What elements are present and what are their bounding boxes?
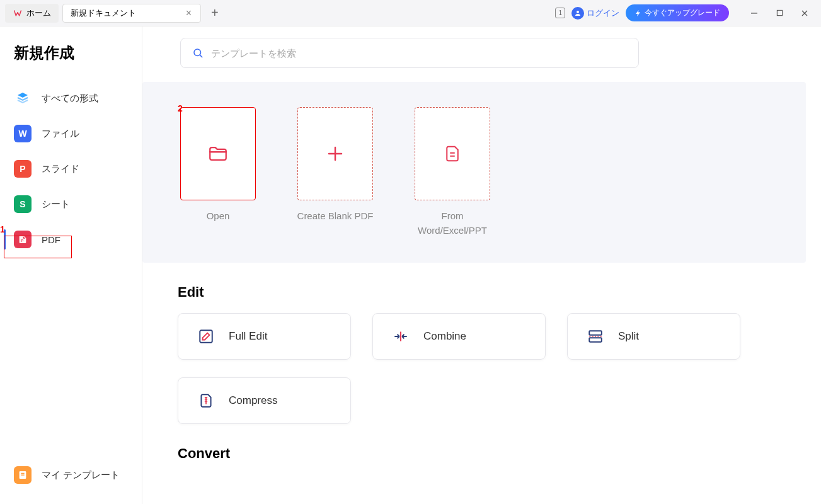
sidebar-item-pdf[interactable]: P PDF xyxy=(0,222,142,257)
titlebar: ホーム 新規ドキュメント × + 1 ログイン 今すぐアップグレード xyxy=(0,0,821,26)
card-from-office[interactable] xyxy=(415,107,490,200)
sidebar-item-slide[interactable]: P スライド xyxy=(0,151,142,186)
svg-line-10 xyxy=(200,55,202,57)
svg-rect-18 xyxy=(589,338,602,342)
card-label: From Word/Excel/PPT xyxy=(412,209,493,238)
svg-rect-17 xyxy=(589,331,602,335)
card-label: Create Blank PDF xyxy=(297,209,374,224)
sidebar-item-label: すべての形式 xyxy=(42,93,98,105)
login-link[interactable]: ログイン xyxy=(571,7,619,20)
annotation-label-1: 1 xyxy=(0,224,5,234)
window-controls xyxy=(743,4,816,22)
tab-home[interactable]: ホーム xyxy=(5,4,59,23)
action-label: Split xyxy=(618,330,639,343)
sidebar-item-sheet[interactable]: S シート xyxy=(0,186,142,222)
presentation-icon: P xyxy=(14,160,32,178)
user-icon xyxy=(571,7,584,20)
action-label: Compress xyxy=(229,394,277,407)
search-input[interactable] xyxy=(211,48,627,59)
document-icon xyxy=(443,144,462,163)
new-tab-button[interactable]: + xyxy=(205,3,225,23)
main-content: Open Create Blank PDF From Word/Excel/PP… xyxy=(142,26,821,504)
action-full-edit[interactable]: Full Edit xyxy=(178,313,351,360)
login-label: ログイン xyxy=(587,8,619,19)
action-split[interactable]: Split xyxy=(567,313,740,360)
sidebar-title: 新規作成 xyxy=(0,39,142,81)
minimize-button[interactable] xyxy=(743,4,766,22)
lightning-icon xyxy=(634,9,642,17)
sidebar-item-label: スライド xyxy=(42,163,79,175)
upgrade-label: 今すぐアップグレード xyxy=(645,8,720,18)
svg-text:P: P xyxy=(21,239,23,243)
split-icon xyxy=(587,328,604,345)
annotation-label-2: 2 xyxy=(178,103,183,113)
logo-icon xyxy=(13,8,23,18)
sidebar-item-label: PDF xyxy=(42,234,60,245)
maximize-button[interactable] xyxy=(768,4,791,22)
svg-rect-15 xyxy=(200,330,212,343)
card-create-blank[interactable] xyxy=(297,107,373,200)
section-title-edit: Edit xyxy=(142,263,821,313)
template-icon xyxy=(14,466,32,484)
card-open[interactable] xyxy=(180,107,256,200)
pdf-icon: P xyxy=(14,231,32,248)
combine-icon xyxy=(392,328,410,345)
edit-icon xyxy=(197,328,215,345)
sidebar: 新規作成 すべての形式 W ファイル P スライド S シート P PDF xyxy=(0,26,142,504)
svg-rect-2 xyxy=(777,10,782,15)
tab-document[interactable]: 新規ドキュメント × xyxy=(62,4,201,23)
upgrade-button[interactable]: 今すぐアップグレード xyxy=(626,4,729,21)
svg-point-0 xyxy=(577,11,579,13)
sidebar-item-file[interactable]: W ファイル xyxy=(0,116,142,151)
new-pdf-section: Open Create Blank PDF From Word/Excel/PP… xyxy=(142,82,806,263)
titlebar-right: 1 ログイン 今すぐアップグレード xyxy=(555,4,816,22)
sidebar-item-label: ファイル xyxy=(42,128,79,140)
layers-icon xyxy=(14,89,32,107)
plus-icon xyxy=(326,144,345,163)
action-compress[interactable]: Compress xyxy=(178,377,351,424)
sidebar-item-my-templates[interactable]: マイ テンプレート xyxy=(0,457,142,493)
sidebar-item-all-formats[interactable]: すべての形式 xyxy=(0,81,142,116)
card-label: Open xyxy=(207,209,230,224)
search-icon xyxy=(192,47,204,59)
action-combine[interactable]: Combine xyxy=(372,313,546,360)
word-icon: W xyxy=(14,125,32,142)
spreadsheet-icon: S xyxy=(14,195,32,213)
close-icon[interactable]: × xyxy=(183,8,194,19)
folder-open-icon xyxy=(207,143,229,164)
sidebar-item-label: マイ テンプレート xyxy=(42,469,120,481)
close-window-button[interactable] xyxy=(793,4,816,22)
sidebar-item-label: シート xyxy=(42,198,70,210)
window-count-badge: 1 xyxy=(555,8,565,18)
action-label: Combine xyxy=(423,330,466,343)
section-title-convert: Convert xyxy=(142,424,821,474)
tab-doc-label: 新規ドキュメント xyxy=(71,8,136,19)
compress-icon xyxy=(197,392,215,410)
action-label: Full Edit xyxy=(229,330,267,343)
search-box[interactable] xyxy=(180,38,639,68)
tab-home-label: ホーム xyxy=(26,8,51,19)
